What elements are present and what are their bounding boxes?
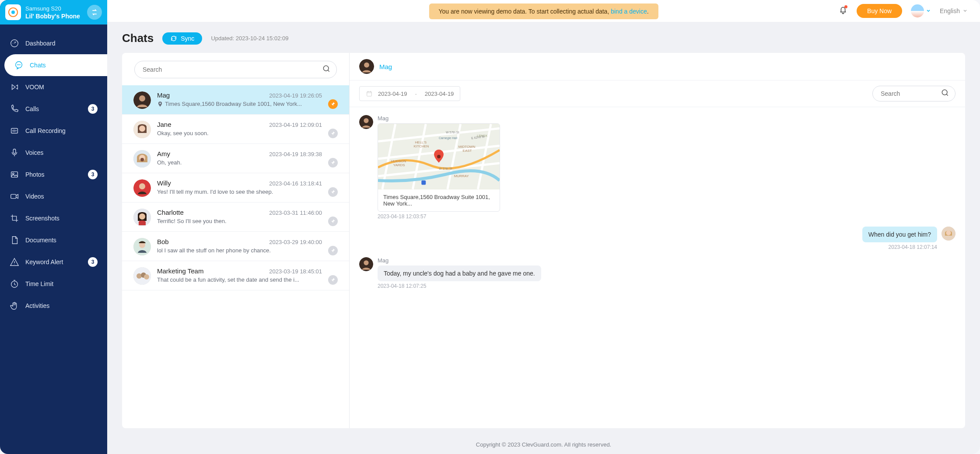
nav-voom[interactable]: VOOM [0, 76, 107, 98]
message-text: Today, my uncle's dog had a baby and he … [378, 265, 541, 281]
chat-preview: Oh, yeah. [157, 159, 322, 166]
svg-text:Carnegie Hall: Carnegie Hall [439, 136, 457, 140]
nav-dashboard[interactable]: Dashboard [0, 32, 107, 54]
notification-bell-icon[interactable] [838, 5, 848, 17]
chat-time: 2023-04-19 12:09:01 [269, 122, 322, 128]
demo-text: You are now viewing demo data. To start … [438, 8, 611, 15]
footer: Copyright © 2023 ClevGuard.com. All righ… [107, 435, 980, 454]
chat-list[interactable]: Mag2023-04-19 19:26:05Times Square,1560 … [122, 85, 349, 428]
search-icon[interactable] [322, 64, 331, 75]
contact-avatar [359, 59, 374, 74]
date-from: 2023-04-19 [378, 91, 407, 97]
alert-icon [10, 257, 19, 267]
svg-text:W 57th St: W 57th St [446, 131, 459, 134]
language-selector[interactable]: English [940, 7, 968, 14]
nav-videos[interactable]: Videos [0, 185, 107, 207]
chat-name: Charlotte [157, 209, 184, 216]
chat-row[interactable]: Jane2023-04-19 12:09:01Okay, see you soo… [122, 115, 349, 144]
account-menu[interactable] [911, 4, 931, 17]
message-incoming: Mag Today, my uncle's dog had a baby and… [359, 257, 777, 289]
pin-icon[interactable] [328, 246, 338, 255]
messages[interactable]: Mag HELL'SKITCHEN MIDTOWN [350, 107, 965, 428]
nav-calls[interactable]: Calls 3 [0, 98, 107, 120]
date-range-picker[interactable]: 2023-04-19 - 2023-04-19 [359, 86, 460, 101]
chat-preview: Yes! I'll tell my mum. I'd love to see t… [157, 189, 322, 195]
chat-avatar [133, 179, 151, 197]
map-image: HELL'SKITCHEN MIDTOWNEAST LENOX MURRAY H… [378, 124, 500, 189]
chat-time: 2023-03-31 11:46:00 [269, 210, 322, 216]
buy-now-button[interactable]: Buy Now [857, 4, 902, 18]
svg-point-17 [139, 126, 145, 132]
nav-label: Activities [25, 302, 98, 309]
chat-time: 2023-04-19 18:39:38 [269, 151, 322, 157]
svg-text:MIDTOWN: MIDTOWN [458, 145, 476, 149]
chat-avatar [133, 91, 151, 109]
photo-icon [10, 170, 19, 179]
nav-chats[interactable]: Chats [4, 54, 107, 76]
chat-list-panel: Mag2023-04-19 19:26:05Times Square,1560 … [122, 53, 350, 428]
message-sender: Mag [378, 257, 541, 264]
chat-row[interactable]: Mag2023-04-19 19:26:05Times Square,1560 … [122, 85, 349, 115]
pin-icon[interactable] [328, 99, 338, 109]
pin-icon[interactable] [328, 275, 338, 285]
chat-preview: lol I saw all the stuff on her phone by … [157, 247, 322, 254]
message-avatar [359, 257, 373, 271]
nav-keyword[interactable]: Keyword Alert 3 [0, 251, 107, 273]
chat-search-input[interactable] [134, 61, 337, 78]
nav-label: Time Limit [25, 280, 98, 287]
svg-point-20 [140, 158, 144, 161]
nav-badge: 3 [88, 257, 98, 267]
topbar: You are now viewing demo data. To start … [107, 0, 980, 22]
nav-label: Call Recording [25, 127, 98, 134]
svg-point-1 [11, 10, 15, 14]
language-label: English [940, 7, 960, 14]
crop-icon [10, 213, 19, 223]
nav-screenshots[interactable]: Screenshots [0, 207, 107, 229]
sync-button[interactable]: Sync [162, 32, 202, 45]
bind-device-link[interactable]: bind a device [611, 8, 647, 15]
device-header[interactable]: Samsung S20 Lil' Bobby's Phone [0, 0, 107, 24]
refresh-icon [170, 35, 177, 42]
message-text: When did you get him? [862, 227, 937, 242]
search-icon[interactable] [941, 88, 949, 99]
svg-text:W 37th St: W 37th St [439, 167, 452, 170]
chat-avatar [133, 150, 151, 168]
nav-timelimit[interactable]: Time Limit [0, 273, 107, 295]
pin-icon[interactable] [328, 158, 338, 168]
nav-label: Dashboard [25, 40, 98, 47]
chat-row[interactable]: Amy2023-04-19 18:39:38Oh, yeah. [122, 144, 349, 173]
chat-avatar [133, 238, 151, 255]
chat-time: 2023-04-16 13:18:41 [269, 180, 322, 187]
dashboard-icon [10, 38, 19, 48]
nav-documents[interactable]: Documents [0, 229, 107, 251]
chat-row[interactable]: Charlotte2023-03-31 11:46:00Terrific! So… [122, 203, 349, 232]
svg-point-22 [139, 183, 145, 189]
updated-text: Updated: 2023-10-24 15:02:09 [211, 35, 288, 42]
chat-icon [14, 60, 24, 70]
chat-preview: That could be a fun activity, set the da… [157, 276, 322, 283]
app-logo-icon [5, 4, 21, 20]
chat-row[interactable]: Willy2023-04-16 13:18:41Yes! I'll tell m… [122, 173, 349, 203]
chat-name: Marketing Team [157, 267, 203, 275]
nav-activities[interactable]: Activities [0, 295, 107, 317]
page-title: Chats [122, 31, 154, 45]
svg-rect-11 [11, 194, 16, 198]
video-icon [10, 192, 19, 201]
pin-icon[interactable] [328, 187, 338, 197]
svg-point-6 [20, 65, 20, 65]
nav-photos[interactable]: Photos 3 [0, 164, 107, 185]
phone-icon [10, 104, 19, 114]
nav-badge: 3 [88, 104, 98, 114]
main: You are now viewing demo data. To start … [107, 0, 980, 454]
nav-recording[interactable]: Call Recording [0, 120, 107, 142]
voom-icon [10, 82, 19, 92]
location-card[interactable]: HELL'SKITCHEN MIDTOWNEAST LENOX MURRAY H… [378, 123, 500, 212]
chat-row[interactable]: Bob2023-03-29 19:40:00lol I saw all the … [122, 232, 349, 261]
pin-icon[interactable] [328, 129, 338, 138]
nav-label: Videos [25, 193, 98, 200]
chat-row[interactable]: Marketing Team2023-03-19 18:45:01That co… [122, 261, 349, 290]
pin-icon[interactable] [328, 217, 338, 226]
device-switch-icon[interactable] [87, 5, 102, 20]
svg-text:MURRAY: MURRAY [454, 174, 469, 178]
nav-voices[interactable]: Voices [0, 142, 107, 164]
